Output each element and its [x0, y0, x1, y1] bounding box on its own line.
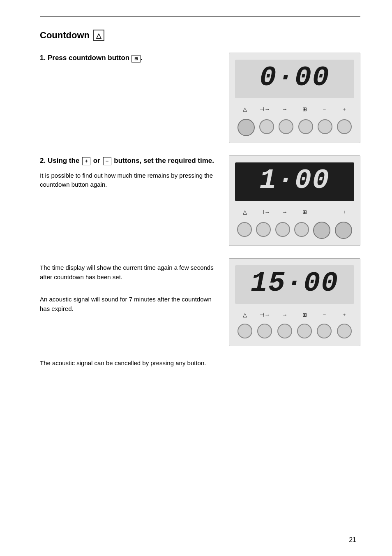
- device-panel-1: 0·00 △ ⊣→ → ⊞ − +: [229, 53, 360, 143]
- button-1-5[interactable]: [318, 119, 332, 134]
- ctrl-plus-icon-2: +: [340, 208, 349, 216]
- step2-row: 2. Using the + or − buttons, set the req…: [40, 155, 360, 246]
- heading-text: Countdown: [40, 30, 90, 41]
- display-screen-1: 0·00: [235, 60, 354, 98]
- step1-panel-col: 0·00 △ ⊣→ → ⊞ − +: [229, 53, 360, 143]
- display-screen-3: 15·00: [235, 265, 354, 304]
- button-row-1: [235, 116, 354, 137]
- button-1-6[interactable]: [337, 119, 352, 134]
- ctrl-arrow-icon-1: →: [280, 105, 289, 113]
- display-value-2: 1·00: [259, 167, 330, 195]
- button-2-5[interactable]: [313, 222, 330, 239]
- button-2-6[interactable]: [335, 222, 352, 239]
- ctrl-menu-icon-1: ⊞: [300, 105, 309, 113]
- ctrl-menu-icon-3: ⊞: [300, 310, 309, 319]
- note3-row: The acoustic signal can be cancelled by …: [40, 359, 217, 368]
- control-icons-row-1: △ ⊣→ → ⊞ − +: [235, 103, 354, 116]
- step1-num: 1.: [40, 54, 46, 62]
- display-value-1: 0·00: [259, 64, 330, 92]
- button-3-1[interactable]: [238, 324, 252, 338]
- countdown-section-icon: △: [93, 30, 104, 41]
- button-2-4[interactable]: [294, 222, 309, 237]
- display-value-3: 15·00: [251, 269, 339, 297]
- note2-text: An acoustic signal will sound for 7 minu…: [40, 295, 217, 313]
- ctrl-plus-icon-1: +: [340, 105, 349, 113]
- ctrl-menu-icon-2: ⊞: [300, 208, 309, 216]
- ctrl-plus-icon-3: +: [340, 310, 349, 319]
- ctrl-triangle-icon-3: △: [240, 310, 249, 319]
- ctrl-skip-icon-1: ⊣→: [260, 105, 269, 113]
- ctrl-minus-icon-3: −: [320, 310, 329, 319]
- button-2-2[interactable]: [256, 222, 271, 237]
- ctrl-triangle-icon-1: △: [240, 105, 249, 113]
- ctrl-triangle-icon-2: △: [240, 208, 249, 216]
- step2-or: or: [93, 157, 102, 164]
- notes-text-col: The time display will show the current t…: [40, 258, 217, 313]
- ctrl-arrow-icon-2: →: [280, 208, 289, 216]
- button-3-6[interactable]: [337, 324, 352, 338]
- minus-button-icon: −: [103, 157, 111, 165]
- device-panel-2: 1·00 △ ⊣→ → ⊞ − +: [229, 155, 360, 246]
- ctrl-skip-icon-3: ⊣→: [260, 310, 269, 319]
- button-1-2[interactable]: [259, 119, 274, 134]
- top-border: [40, 16, 360, 17]
- ctrl-skip-icon-2: ⊣→: [260, 208, 269, 216]
- page-number: 21: [349, 536, 356, 544]
- note3-text: The acoustic signal can be cancelled by …: [40, 359, 217, 368]
- step1-label: 1. Press countdown button ⊞.: [40, 53, 217, 63]
- notes-panel-col: 15·00 △ ⊣→ → ⊞ − +: [229, 258, 360, 346]
- ctrl-minus-icon-2: −: [320, 208, 329, 216]
- section-heading: Countdown △: [40, 30, 360, 41]
- step2-panel-col: 1·00 △ ⊣→ → ⊞ − +: [229, 155, 360, 246]
- button-1-3[interactable]: [279, 119, 293, 134]
- step1-row: 1. Press countdown button ⊞. 0·00 △ ⊣→ →…: [40, 53, 360, 143]
- page: Countdown △ 1. Press countdown button ⊞.…: [15, 0, 377, 556]
- control-icons-row-3: △ ⊣→ → ⊞ − +: [235, 309, 354, 322]
- ctrl-minus-icon-1: −: [320, 105, 329, 113]
- button-2-1[interactable]: [237, 222, 252, 237]
- display-screen-2: 1·00: [235, 162, 354, 201]
- button-row-3: [235, 322, 354, 340]
- button-3-4[interactable]: [297, 324, 312, 338]
- countdown-button-icon: ⊞: [131, 55, 141, 63]
- step2-text-col: 2. Using the + or − buttons, set the req…: [40, 155, 217, 190]
- button-row-2: [235, 219, 354, 240]
- button-1-4[interactable]: [298, 119, 313, 134]
- step2-num: 2.: [40, 157, 46, 164]
- note1-text: The time display will show the current t…: [40, 263, 217, 282]
- step1-text: Press countdown button: [48, 54, 131, 62]
- plus-button-icon: +: [82, 157, 90, 165]
- step2-label: 2. Using the + or − buttons, set the req…: [40, 155, 217, 166]
- button-2-3[interactable]: [275, 222, 290, 237]
- notes-row: The time display will show the current t…: [40, 258, 360, 346]
- ctrl-arrow-icon-3: →: [280, 310, 289, 319]
- step2-text: Using the: [48, 157, 81, 164]
- step1-text-col: 1. Press countdown button ⊞.: [40, 53, 217, 66]
- button-1-1[interactable]: [238, 119, 255, 136]
- button-3-5[interactable]: [317, 324, 332, 338]
- control-icons-row-2: △ ⊣→ → ⊞ − +: [235, 206, 354, 219]
- device-panel-3: 15·00 △ ⊣→ → ⊞ − +: [229, 258, 360, 346]
- step2-subtext: It is possible to find out how much time…: [40, 171, 217, 190]
- button-3-3[interactable]: [277, 324, 292, 338]
- step2-text-end: buttons, set the required time.: [114, 157, 214, 164]
- button-3-2[interactable]: [257, 324, 272, 338]
